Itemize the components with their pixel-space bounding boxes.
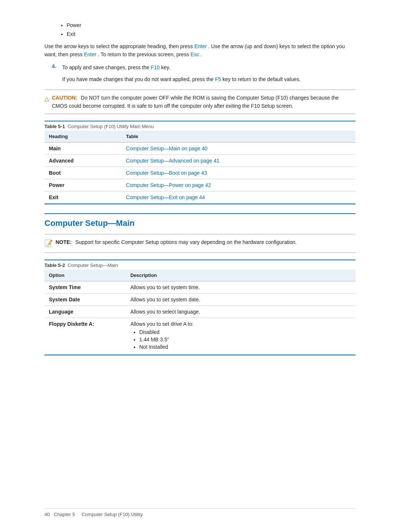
table-5-1-col2-header: Table: [121, 131, 356, 143]
table-row: BootComputer Setup—Boot on page 43: [44, 167, 356, 179]
enter-link-1[interactable]: Enter: [194, 43, 207, 49]
table-cell-heading: Power: [44, 179, 121, 191]
note-label: NOTE:: [56, 239, 72, 245]
table-link[interactable]: Computer Setup—Boot on page 43: [126, 170, 207, 176]
table-cell-heading: Exit: [44, 191, 121, 204]
table-cell-option: Floppy Diskette A:: [44, 318, 126, 355]
table-row: Floppy Diskette A:Allows you to set driv…: [44, 318, 356, 355]
caution-text: Do NOT turn the computer power OFF while…: [52, 95, 339, 109]
enter-link-2[interactable]: Enter: [84, 51, 96, 57]
table-cell-option: Language: [44, 306, 126, 318]
step-4-content: To apply and save changes, press the F10…: [62, 63, 356, 84]
list-item: Not Installed: [139, 344, 351, 350]
intro-text-1d: .: [201, 51, 202, 57]
section-heading-main: Computer Setup—Main: [44, 213, 356, 228]
table-cell-link[interactable]: Computer Setup—Power on page 42: [121, 179, 356, 191]
table-cell-heading: Boot: [44, 167, 121, 179]
f10-link[interactable]: F10: [151, 64, 160, 70]
caution-icon: △: [44, 94, 49, 104]
table-5-1-header-row: Heading Table: [44, 131, 356, 143]
table-5-2-col2-header: Description: [126, 270, 356, 281]
sub-list: Disabled1.44 MB 3.5"Not Installed: [139, 329, 351, 350]
table-cell-link[interactable]: Computer Setup—Advanced on page 41: [121, 155, 356, 167]
table-cell-link[interactable]: Computer Setup—Exit on page 44: [121, 191, 356, 204]
table-cell-link[interactable]: Computer Setup—Main on page 40: [121, 143, 356, 155]
table-row: ExitComputer Setup—Exit on page 44: [44, 191, 356, 204]
footer-chapter-title: Computer Setup (F10) Utility: [81, 512, 143, 517]
table-row: PowerComputer Setup—Power on page 42: [44, 179, 356, 191]
page-footer: 40 Chapter 5 Computer Setup (F10) Utilit…: [44, 508, 356, 517]
table-cell-link[interactable]: Computer Setup—Boot on page 43: [121, 167, 356, 179]
table-cell-description: Allows you to set system time.: [126, 281, 356, 294]
caution-label: CAUTION:: [52, 95, 77, 101]
step-4-p2: If you have made changes that you do not…: [62, 75, 356, 83]
bullet-list: Power Exit: [67, 22, 356, 37]
table-link[interactable]: Computer Setup—Advanced on page 41: [126, 158, 219, 164]
list-item: 1.44 MB 3.5": [139, 337, 351, 342]
note-icon: 📝: [44, 238, 53, 249]
intro-text-1: Use the arrow keys to select the appropr…: [44, 43, 193, 49]
caution-box: △ CAUTION: Do NOT turn the computer powe…: [44, 90, 356, 114]
note-box: 📝 NOTE: Support for specific Computer Se…: [44, 234, 356, 253]
table-cell-description: Allows you to set system date.: [126, 294, 356, 306]
table-cell-heading: Main: [44, 143, 121, 155]
table-link[interactable]: Computer Setup—Exit on page 44: [126, 194, 205, 200]
table-row: AdvancedComputer Setup—Advanced on page …: [44, 155, 356, 167]
table-5-1-col1-header: Heading: [44, 131, 121, 143]
table-5-1-section: Table 5-1 Computer Setup (F10) Utility M…: [44, 121, 356, 204]
table-5-1-title: Table 5-1 Computer Setup (F10) Utility M…: [44, 121, 356, 131]
table-row: System DateAllows you to set system date…: [44, 294, 356, 306]
step-4-num: 4.: [52, 63, 62, 84]
footer-page-num: 40: [44, 512, 50, 517]
step-4: 4. To apply and save changes, press the …: [52, 63, 356, 84]
caution-content: CAUTION: Do NOT turn the computer power …: [52, 94, 356, 110]
table-row: System TimeAllows you to set system time…: [44, 281, 356, 294]
table-5-2-title: Table 5-2 Computer Setup—Main: [44, 260, 356, 270]
table-5-2-header-row: Option Description: [44, 270, 356, 281]
esc-link[interactable]: Esc: [190, 51, 199, 57]
step-4-p1: To apply and save changes, press the F10…: [62, 63, 356, 71]
table-cell-description: Allows you to select language.: [126, 306, 356, 318]
intro-paragraph: Use the arrow keys to select the appropr…: [44, 42, 356, 59]
table-cell-description: Allows you to set drive A to:Disabled1.4…: [126, 318, 356, 355]
intro-text-1c: . To return to the previous screen, pres…: [98, 51, 189, 57]
table-row: LanguageAllows you to select language.: [44, 306, 356, 318]
table-5-2-col1-header: Option: [44, 270, 126, 281]
table-5-2: Option Description System TimeAllows you…: [44, 270, 356, 355]
table-link[interactable]: Computer Setup—Main on page 40: [126, 145, 207, 151]
note-text: Support for specific Computer Setup opti…: [75, 239, 297, 245]
page-content: Power Exit Use the arrow keys to select …: [0, 0, 400, 399]
table-cell-option: System Date: [44, 294, 126, 306]
bullet-exit: Exit: [67, 31, 356, 37]
footer-chapter: Chapter 5: [54, 512, 75, 517]
table-cell-option: System Time: [44, 281, 126, 294]
table-link[interactable]: Computer Setup—Power on page 42: [126, 182, 211, 188]
list-item: Disabled: [139, 329, 351, 335]
f5-link[interactable]: F5: [215, 76, 221, 82]
table-row: MainComputer Setup—Main on page 40: [44, 143, 356, 155]
table-cell-heading: Advanced: [44, 155, 121, 167]
note-content: NOTE: Support for specific Computer Setu…: [56, 238, 297, 246]
bullet-power: Power: [67, 22, 356, 28]
table-5-1: Heading Table MainComputer Setup—Main on…: [44, 131, 356, 204]
table-5-2-section: Table 5-2 Computer Setup—Main Option Des…: [44, 260, 356, 355]
